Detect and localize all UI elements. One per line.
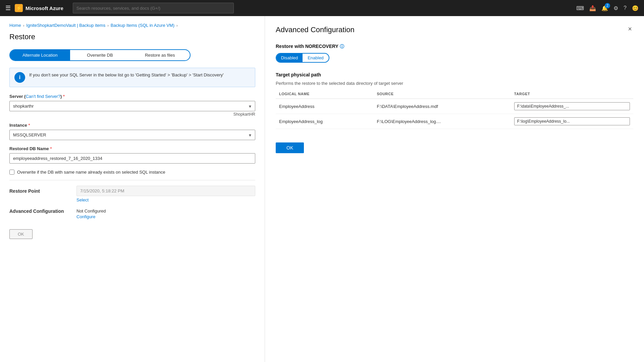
help-icon[interactable]: ? xyxy=(624,5,627,11)
info-box: i If you don't see your SQL Server in th… xyxy=(9,68,255,87)
target-path-desc: Performs the restore to the selected dat… xyxy=(276,81,633,86)
db-name-label: Restored DB Name * xyxy=(9,146,255,151)
panel-bottom: OK xyxy=(276,142,633,153)
restore-point-row: Restore Point Select xyxy=(9,186,255,202)
restore-tab-bar: Alternate Location Overwrite DB Restore … xyxy=(9,49,191,61)
instance-select[interactable]: MSSQLSERVER xyxy=(9,130,255,140)
restore-point-content: Select xyxy=(76,186,255,202)
breadcrumb-vault[interactable]: IgniteShopkartDemoVault | Backup items xyxy=(26,23,105,28)
restore-point-input xyxy=(76,186,255,196)
db-name-section: Restored DB Name * xyxy=(9,146,255,164)
toggle-disabled[interactable]: Disabled xyxy=(276,54,303,62)
left-panel: Home › IgniteShopkartDemoVault | Backup … xyxy=(0,16,265,362)
tab-restore-as-files[interactable]: Restore as files xyxy=(130,50,190,60)
adv-config-label: Advanced Configuration xyxy=(9,208,70,214)
panel-ok-button[interactable]: OK xyxy=(276,142,304,153)
overwrite-checkbox[interactable] xyxy=(9,170,14,175)
overwrite-label[interactable]: Overwrite if the DB with same name alrea… xyxy=(17,170,165,175)
breadcrumb-items[interactable]: Backup Items (SQL in Azure VM) xyxy=(111,23,174,28)
adv-config-row: Advanced Configuration Not Configured Co… xyxy=(9,208,255,219)
server-select-wrapper: shopkarthr xyxy=(9,101,255,111)
bottom-bar: OK xyxy=(9,229,255,239)
breadcrumb: Home › IgniteShopkartDemoVault | Backup … xyxy=(9,23,255,28)
portal-icon[interactable]: 📥 xyxy=(589,5,596,11)
target-cell xyxy=(511,99,633,114)
adv-config-content: Not Configured Configure xyxy=(76,208,255,219)
main-container: Home › IgniteShopkartDemoVault | Backup … xyxy=(0,16,644,362)
target-path-title: Target physical path xyxy=(276,72,633,77)
restore-point-label: Restore Point xyxy=(9,186,70,194)
close-button[interactable]: × xyxy=(627,25,633,32)
toggle-group: Disabled Enabled xyxy=(276,53,329,63)
app-title: Microsoft Azure xyxy=(25,5,63,11)
col-logical-name: LOGICAL NAME xyxy=(276,89,373,99)
hamburger-menu[interactable]: ☰ xyxy=(5,4,11,12)
azure-logo-icon: ⚡ xyxy=(15,4,23,12)
panel-header: Advanced Configuration × xyxy=(276,25,633,34)
source-cell: F:\DATA\EmployeeAddress.mdf xyxy=(373,99,511,114)
target-input[interactable] xyxy=(514,117,630,125)
target-cell xyxy=(511,114,633,129)
top-navigation: ☰ ⚡ Microsoft Azure ⌨ 📥 🔔 2 ⚙ ? 😊 xyxy=(0,0,644,16)
nav-icons: ⌨ 📥 🔔 2 ⚙ ? 😊 xyxy=(576,5,639,11)
configure-link[interactable]: Configure xyxy=(76,214,255,219)
instance-section: Instance * MSSQLSERVER xyxy=(9,123,255,140)
tab-overwrite-db[interactable]: Overwrite DB xyxy=(70,50,130,60)
info-icon: i xyxy=(14,72,25,83)
info-text: If you don't see your SQL Server in the … xyxy=(29,72,224,78)
panel-title: Advanced Configuration xyxy=(276,25,355,34)
server-label: Server (Can't find Server?) * xyxy=(9,94,255,99)
db-name-input[interactable] xyxy=(9,153,255,164)
cant-find-server-link[interactable]: Can't find Server? xyxy=(25,94,60,99)
norecovery-info-icon[interactable]: ⓘ xyxy=(340,44,344,49)
norecovery-section-title: Restore with NORECOVERY ⓘ xyxy=(276,44,633,50)
advanced-config-panel: Advanced Configuration × Restore with NO… xyxy=(265,16,644,362)
user-icon[interactable]: 😊 xyxy=(632,5,639,11)
notifications-icon[interactable]: 🔔 2 xyxy=(601,5,608,11)
page-title: Restore xyxy=(9,33,255,41)
overwrite-checkbox-row: Overwrite if the DB with same name alrea… xyxy=(9,170,255,175)
adv-config-value: Not Configured xyxy=(76,208,255,214)
table-header-row: LOGICAL NAME SOURCE TARGET xyxy=(276,89,633,99)
server-hint: ShopkartHR xyxy=(9,112,255,117)
server-section: Server (Can't find Server?) * shopkarthr… xyxy=(9,94,255,117)
search-bar[interactable] xyxy=(73,3,234,13)
ok-button[interactable]: OK xyxy=(9,229,33,239)
instance-label: Instance * xyxy=(9,123,255,128)
col-source: SOURCE xyxy=(373,89,511,99)
target-path-table: LOGICAL NAME SOURCE TARGET EmployeeAddre… xyxy=(276,89,633,129)
target-input[interactable] xyxy=(514,102,630,110)
logical-name-cell: EmployeeAddress xyxy=(276,99,373,114)
table-row: EmployeeAddress_log F:\LOG\EmployeeAddre… xyxy=(276,114,633,129)
app-logo: ⚡ Microsoft Azure xyxy=(15,4,63,12)
instance-select-wrapper: MSSQLSERVER xyxy=(9,130,255,140)
settings-icon[interactable]: ⚙ xyxy=(613,5,618,11)
notification-badge: 2 xyxy=(605,3,610,8)
toggle-enabled[interactable]: Enabled xyxy=(303,54,329,62)
source-cell: F:\LOG\EmployeeAddress_log.... xyxy=(373,114,511,129)
select-link[interactable]: Select xyxy=(76,197,255,202)
cloud-shell-icon[interactable]: ⌨ xyxy=(576,5,584,11)
logical-name-cell: EmployeeAddress_log xyxy=(276,114,373,129)
breadcrumb-home[interactable]: Home xyxy=(9,23,21,28)
table-row: EmployeeAddress F:\DATA\EmployeeAddress.… xyxy=(276,99,633,114)
col-target: TARGET xyxy=(511,89,633,99)
search-input[interactable] xyxy=(76,6,230,11)
tab-alternate-location[interactable]: Alternate Location xyxy=(10,50,70,60)
server-select[interactable]: shopkarthr xyxy=(9,101,255,111)
